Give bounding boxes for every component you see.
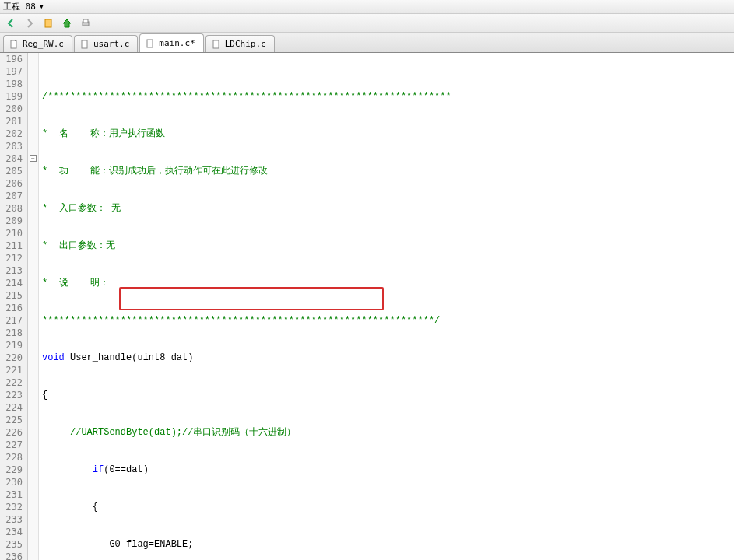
line-number: 209: [2, 215, 23, 227]
line-number: 233: [2, 513, 23, 526]
svg-rect-6: [213, 40, 219, 48]
tab-label: usart.c: [93, 39, 129, 49]
tab-ldchip[interactable]: LDChip.c: [205, 35, 275, 52]
line-number: 199: [2, 90, 23, 103]
home-icon[interactable]: [59, 16, 75, 31]
line-number: 235: [2, 538, 23, 551]
highlight-annotation: [119, 287, 384, 310]
top-info-bar: 工程 08 ▾: [0, 0, 734, 14]
line-number: 202: [2, 128, 23, 140]
fold-toggle-icon[interactable]: −: [30, 155, 37, 162]
comment: * 功 能：识别成功后，执行动作可在此进行修改: [42, 166, 268, 177]
comment: ****************************************…: [42, 315, 440, 326]
line-number: 215: [2, 289, 23, 302]
tab-usart[interactable]: usart.c: [74, 35, 138, 52]
code-area[interactable]: /***************************************…: [39, 53, 734, 560]
line-number: 212: [2, 252, 23, 264]
line-number: 207: [2, 190, 23, 202]
line-number: 205: [2, 165, 23, 177]
file-icon: [145, 38, 156, 49]
line-number: 218: [2, 327, 23, 339]
line-number: 203: [2, 140, 23, 152]
line-number: 220: [2, 352, 23, 364]
line-number: 232: [2, 501, 23, 513]
line-number: 229: [2, 464, 23, 476]
fold-column: −: [28, 53, 39, 560]
line-number: 225: [2, 414, 23, 426]
tab-reg-rw[interactable]: Reg_RW.c: [3, 35, 72, 52]
line-number: 200: [2, 103, 23, 115]
comment: * 说 明：: [42, 278, 109, 289]
file-icon: [79, 39, 90, 50]
line-number: 226: [2, 426, 23, 439]
line-number: 206: [2, 177, 23, 190]
line-number: 236: [2, 551, 23, 560]
line-number: 208: [2, 202, 23, 215]
line-number: 227: [2, 439, 23, 451]
line-number: 197: [2, 65, 23, 78]
comment: * 入口参数： 无: [42, 203, 121, 214]
line-number: 198: [2, 78, 23, 90]
svg-rect-4: [82, 40, 87, 48]
line-number: 234: [2, 526, 23, 538]
back-icon[interactable]: [3, 16, 19, 31]
line-number: 210: [2, 227, 23, 240]
svg-rect-5: [147, 40, 153, 47]
project-label: 工程 08: [3, 1, 36, 12]
tab-label: main.c*: [159, 38, 195, 48]
tab-label: Reg_RW.c: [23, 39, 64, 49]
line-number: 222: [2, 376, 23, 389]
svg-rect-0: [45, 19, 51, 27]
svg-rect-2: [83, 19, 88, 23]
line-number: 231: [2, 488, 23, 501]
line-number: 196: [2, 53, 23, 65]
forward-icon[interactable]: [22, 16, 37, 31]
toolbar: [0, 14, 734, 33]
tab-label: LDChip.c: [225, 39, 266, 49]
line-gutter: 1961971981992002012022032042052062072082…: [0, 53, 28, 560]
line-number: 201: [2, 115, 23, 128]
line-number: 213: [2, 264, 23, 277]
line-number: 204: [2, 152, 23, 165]
bookmark-icon[interactable]: [40, 16, 56, 31]
comment: * 名 称：用户执行函数: [42, 128, 165, 139]
file-icon: [211, 39, 222, 50]
line-number: 214: [2, 277, 23, 289]
editor[interactable]: 1961971981992002012022032042052062072082…: [0, 53, 734, 560]
dropdown-icon[interactable]: ▾: [39, 2, 44, 12]
line-number: 221: [2, 364, 23, 376]
line-number: 217: [2, 314, 23, 327]
line-number: 224: [2, 401, 23, 414]
line-number: 230: [2, 476, 23, 488]
comment: * 出口参数：无: [42, 240, 115, 251]
line-number: 219: [2, 339, 23, 352]
file-icon: [9, 39, 19, 50]
editor-tabs: Reg_RW.c usart.c main.c* LDChip.c: [0, 33, 734, 53]
line-number: 216: [2, 302, 23, 314]
print-icon[interactable]: [78, 16, 93, 31]
line-number: 228: [2, 451, 23, 464]
tab-main[interactable]: main.c*: [139, 33, 203, 52]
line-number: 211: [2, 240, 23, 252]
keyword: void: [42, 352, 65, 363]
line-number: 223: [2, 389, 23, 401]
comment: /***************************************…: [42, 91, 451, 102]
